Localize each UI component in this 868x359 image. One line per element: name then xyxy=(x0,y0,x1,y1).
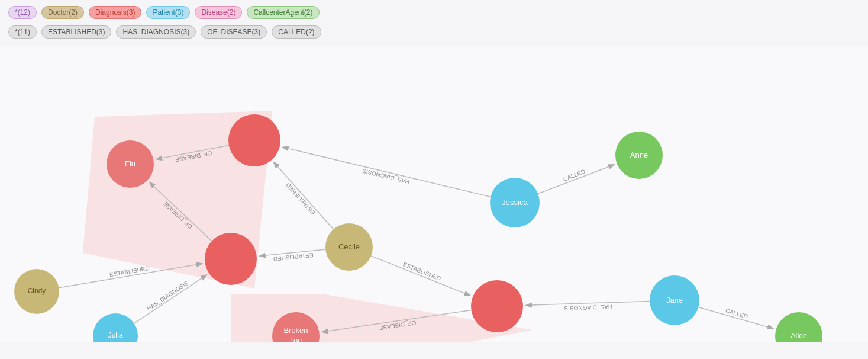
node-cindy[interactable]: Cindy xyxy=(14,269,59,314)
node-flu[interactable]: Flu xyxy=(107,140,154,188)
svg-line-12 xyxy=(538,165,614,194)
legend-area: *(12)Doctor(2)Diagnosis(3)Patient(3)Dise… xyxy=(0,0,868,46)
legend-badge-rel-established[interactable]: ESTABLISHED(3) xyxy=(41,25,111,39)
edge-label-cecile-diag1: ESTABLISHED xyxy=(285,182,317,216)
node-anne[interactable]: Anne xyxy=(615,132,663,179)
edge-label-jane-diag3: HAS_DIAGNOSIS xyxy=(564,304,612,312)
node-jane[interactable]: Jane xyxy=(650,275,699,325)
node-diag1[interactable] xyxy=(228,114,280,166)
node-legend-row: *(12)Doctor(2)Diagnosis(3)Patient(3)Dise… xyxy=(8,6,860,19)
legend-badge-rel-ofdisease[interactable]: OF_DISEASE(3) xyxy=(201,25,267,39)
legend-badge-node-diagnosis[interactable]: Diagnosis(3) xyxy=(89,6,141,19)
svg-line-7 xyxy=(283,148,491,197)
legend-badge-rel-all[interactable]: *(11) xyxy=(8,25,37,39)
legend-badge-rel-hasdiag[interactable]: HAS_DIAGNOSIS(3) xyxy=(116,25,196,39)
svg-line-9 xyxy=(134,275,206,323)
node-jessica[interactable]: Jessica xyxy=(490,178,540,227)
node-cecile[interactable]: Cecile xyxy=(325,223,373,271)
svg-line-6 xyxy=(371,256,469,296)
legend-badge-node-all[interactable]: *(12) xyxy=(8,6,37,19)
edge-label-jessica-diag1: HAS_DIAGNOSIS xyxy=(362,168,410,185)
svg-line-4 xyxy=(274,162,333,229)
node-diag2[interactable] xyxy=(205,233,257,285)
edge-label-cecile-diag3: ESTABLISHED xyxy=(402,261,441,282)
graph-area: OF_DISEASEOF_DISEASEESTABLISHEDESTABLISH… xyxy=(0,46,868,342)
legend-badge-node-callcenter[interactable]: CallcenterAgent(2) xyxy=(247,6,319,19)
edge-label-cecile-diag2: ESTABLISHED xyxy=(273,252,314,262)
legend-badge-node-disease[interactable]: Disease(2) xyxy=(195,6,242,19)
legend-badge-rel-called[interactable]: CALLED(2) xyxy=(272,25,321,39)
legend-badge-node-patient[interactable]: Patient(3) xyxy=(146,6,190,19)
node-diag3[interactable] xyxy=(471,280,523,332)
edge-label-julia-diag2: HAS_DIAGNOSIS xyxy=(146,280,189,312)
legend-badge-node-doctor[interactable]: Doctor(2) xyxy=(41,6,84,19)
rel-legend-row: *(11)ESTABLISHED(3)HAS_DIAGNOSIS(3)OF_DI… xyxy=(8,25,860,39)
